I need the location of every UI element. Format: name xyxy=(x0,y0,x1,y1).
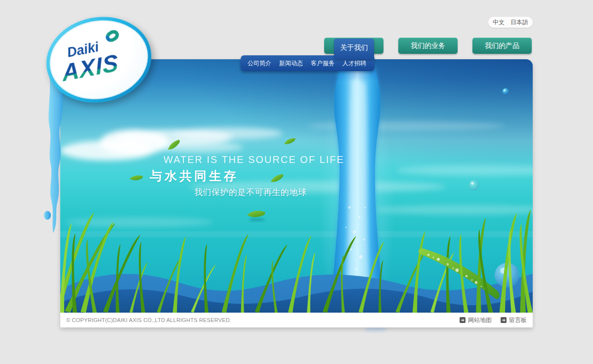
nav-business-label: 我们的业务 xyxy=(411,41,445,50)
sitemap-link[interactable]: ➜ 网站地图 xyxy=(460,316,492,324)
subnav-item-company-profile[interactable]: 公司简介 xyxy=(248,59,271,68)
subnav-item-customer-service[interactable]: 客户服务 xyxy=(311,59,335,68)
logo-ring-icon xyxy=(104,28,121,44)
hero-slogan-chinese: 与水共同生存 xyxy=(150,168,239,184)
footer: © COPYRIGHT(C)DAIKI AXIS CO.,LTD ALLRIGH… xyxy=(60,313,533,327)
lang-japanese[interactable]: 日本語 xyxy=(510,18,528,27)
hero-slogan-english: WATER IS THE SOURCE OF LIFE xyxy=(164,154,344,165)
page: 中文 日本語 我们的业务 我们的产品 关于我们 公司简介 新闻动态 客户服务 人… xyxy=(0,0,593,364)
subnav-item-recruitment[interactable]: 人才招聘 xyxy=(342,59,366,68)
hero-subtitle: 我们保护的是不可再生的地球 xyxy=(194,187,307,198)
arrow-right-icon: ➜ xyxy=(501,317,507,323)
footer-links: ➜ 网站地图 ➜ 留言板 xyxy=(460,316,527,324)
nav-business-button[interactable]: 我们的业务 xyxy=(398,38,458,54)
copyright-text: © COPYRIGHT(C)DAIKI AXIS CO.,LTD ALLRIGH… xyxy=(66,317,231,323)
hero-banner: WATER IS THE SOURCE OF LIFE 与水共同生存 我们保护的… xyxy=(60,59,533,313)
hero-scene-image xyxy=(60,59,533,313)
language-switcher: 中文 日本語 xyxy=(488,17,533,28)
logo-face: Daiki AXIS xyxy=(43,12,155,107)
sitemap-label: 网站地图 xyxy=(468,316,492,324)
nav-products-button[interactable]: 我们的产品 xyxy=(472,38,532,54)
messageboard-label: 留言板 xyxy=(509,316,527,324)
arrow-right-icon: ➜ xyxy=(460,317,466,323)
messageboard-link[interactable]: ➜ 留言板 xyxy=(501,316,527,324)
subnav-item-news[interactable]: 新闻动态 xyxy=(279,59,303,68)
lang-chinese[interactable]: 中文 xyxy=(493,18,505,27)
nav-products-label: 我们的产品 xyxy=(485,41,519,50)
nav-about-button[interactable]: 关于我们 xyxy=(334,39,374,59)
footer-drip xyxy=(364,327,387,331)
